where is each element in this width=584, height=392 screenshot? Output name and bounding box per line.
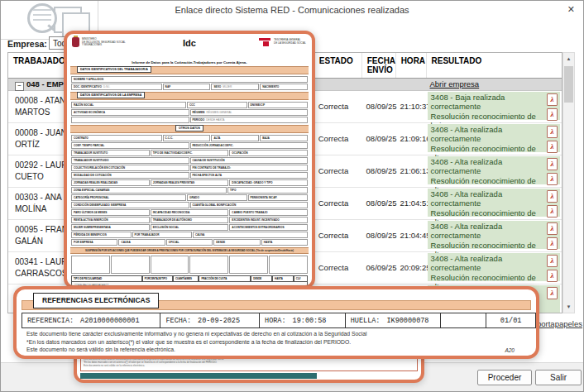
hora-cell: 20:09:25 — [396, 252, 427, 284]
form-field: OFICIAL — [166, 239, 213, 246]
empty-grid-cell — [151, 256, 189, 274]
form-field: RÉGIMENRÉGIMEN GENERAL — [190, 109, 309, 116]
fecha-cell: 06/09/25 — [362, 252, 396, 284]
tgss-text: TESORERÍA GENERAL DE LA SEGURIDAD SOCIAL — [274, 39, 307, 45]
estado-cell: Correcta — [314, 188, 362, 219]
vertical-scrollbar[interactable]: ▲ ▼ — [562, 52, 575, 313]
pdf-icon[interactable]: λ — [547, 222, 558, 235]
pdf-icons: λλ — [547, 93, 558, 121]
callout-notes: Este documento tiene carácter exclusivam… — [26, 330, 366, 354]
fecha-cell: 08/09/25 — [362, 220, 396, 251]
hora-cell: 21:10:37 — [396, 91, 427, 122]
col-fecha-envio: FECHA ENVÍO — [362, 53, 396, 78]
resultado-links[interactable]: 3408 - Alta realizada correctamenteResol… — [428, 221, 560, 249]
clipboard-link[interactable]: portapapeles — [537, 319, 582, 328]
peculiaridad-col: CLV — [294, 275, 308, 282]
pdf-icon[interactable]: λ — [547, 287, 558, 299]
form-field-row: CATEGORÍA PROFESIONALGRADOPENSIONISTA IN… — [71, 194, 308, 201]
form-field: PÉRDIDA DE BENEFICIOS — [71, 232, 132, 238]
form-field: REDUCCIÓN JORNADA/COEFIC. — [190, 142, 309, 149]
pdf-icon[interactable]: λ — [547, 173, 558, 185]
form-field: PARO ÚLTIMOS 24 MESES — [71, 209, 150, 216]
pdf-icon[interactable]: λ — [547, 190, 558, 203]
pdf-icon[interactable]: λ — [547, 126, 558, 138]
pdf-icon[interactable]: λ — [547, 270, 558, 282]
salir-button[interactable]: Salir — [535, 370, 582, 385]
form-field: NOMBRE Y APELLIDOS — [71, 76, 308, 83]
empty-grid-cell — [229, 256, 268, 274]
resultado-links[interactable]: 3408 - Alta realizada correctamenteResol… — [428, 189, 560, 217]
form-code: A20 — [505, 347, 515, 353]
referencias-table: REFERENCIA:A2010000000001 FECHA:20-09-20… — [22, 313, 536, 328]
form-field-row: ZONA ESPECIAL CANARIASTIPO — [71, 187, 308, 194]
form-field: COEF. TIEMPO PARCIAL — [71, 142, 189, 149]
form-field: DOC. IDENTIFICATIVOD.N.I. — [71, 84, 162, 90]
peculiaridad-col: FRACCIÓN DE CUOTA — [199, 275, 251, 282]
form-field: DNI/NIE/CIF — [248, 102, 309, 108]
pdf-icon[interactable]: λ — [547, 237, 558, 250]
form-section-band: OTROS DATOS — [70, 125, 309, 133]
pdf-icon[interactable]: λ — [547, 93, 558, 106]
empresa-label: Empresa: — [7, 39, 47, 49]
scroll-down-icon[interactable]: ▼ — [563, 301, 574, 313]
form-field: HASTA — [261, 239, 308, 246]
form-field: CAUSA — [193, 232, 308, 238]
form-field: RENTA ACTIVA INSERCIÓN — [71, 217, 150, 223]
idc-header: MINISTERIO DE INCLUSIÓN, SEGURIDAD SOCIA… — [70, 36, 309, 60]
estado-cell: Correcta — [314, 252, 362, 284]
pdf-icon[interactable]: λ — [547, 141, 558, 153]
form-field: ALTA — [211, 135, 259, 141]
form-field: FECHA EFECTOS ALTA — [190, 172, 309, 179]
form-field-row: PARO ÚLTIMOS 24 MESESINCAPACIDAD RECONOC… — [71, 209, 308, 216]
form-field: OCUPACIÓN — [229, 150, 308, 156]
referencias-callout: REFERENCIAS ELECTRÓNICAS REFERENCIA:A201… — [13, 286, 539, 359]
resultado-cell: 3408 - Alta realizada correctamenteResol… — [427, 123, 562, 155]
form-field: SEXOMUJER — [211, 84, 259, 90]
form-field: CUANTÍA GLOBAL BONIFICACIÓN — [190, 202, 309, 208]
window: Enlace directo Sistema RED - Comunicacio… — [0, 0, 584, 392]
pdf-icons: λλ — [547, 222, 558, 250]
empty-grid-cell — [111, 256, 150, 274]
form-field: CONTRATO — [71, 135, 162, 141]
peculiaridad-col: CUANTÍA/MES — [173, 275, 199, 282]
abrir-empresa-link[interactable]: Abrir empresa — [430, 79, 480, 88]
peculiaridad-col: PORCENTAJE/TIPO — [142, 275, 173, 282]
hora-cell: 21:04:45 — [396, 220, 427, 251]
scroll-up-icon[interactable]: ▲ — [563, 53, 574, 65]
form-field-row: POR EMPRESACAUSAOFICIALDESDEHASTA — [71, 239, 308, 246]
form-field: TIPO — [227, 187, 308, 194]
pdf-icon[interactable]: λ — [547, 108, 558, 121]
form-field-row: MUJER SUBREPRESENTADAEXCLUSIÓN SOCIALACO… — [71, 224, 308, 231]
form-field-row: MODALIDAD DE COTIZACIÓNFECHA EFECTOS ALT… — [71, 172, 308, 179]
form-field-row: PERIODODESDE HASTA — [71, 117, 308, 123]
suspension-band: SUSPENSIÓN POR SITUACIONES QUE PUEDEN DA… — [70, 247, 309, 254]
form-field-row: PÉRDIDA DE BENEFICIOSPOR TRABAJADORCAUSA — [71, 232, 308, 238]
peculiaridad-header-row: TIPO DE PECULIARIDADPORCENTAJE/TIPOCUANT… — [71, 275, 308, 282]
form-field: PENSIONISTA INCAP. — [248, 194, 309, 201]
resultado-cell: 3408 - Baja realizada correctamenteResol… — [427, 91, 562, 122]
resultado-cell: 3408 - Alta realizada correctamenteResol… — [427, 188, 562, 219]
pdf-icon[interactable]: λ — [547, 205, 558, 218]
resultado-cell: 3408 - Alta realizada correctamenteResol… — [427, 252, 562, 284]
form-field: ACTIVIDAD ECONÓMICA — [71, 109, 189, 116]
pdf-icons: λλ — [547, 255, 558, 282]
pdf-icon[interactable]: λ — [547, 255, 558, 267]
scrollbar-thumb[interactable] — [564, 66, 573, 103]
resultado-links[interactable]: 3408 - Alta realizada correctamenteResol… — [428, 253, 560, 281]
hora-label: HORA: — [265, 317, 286, 325]
resultado-links[interactable]: 3408 - Baja realizada correctamenteResol… — [428, 92, 560, 120]
form-field: DESDE — [213, 239, 260, 246]
estado-cell: Correcta — [314, 123, 362, 155]
hora-cell: 21:06:13 — [396, 155, 427, 187]
pdf-icon[interactable]: λ — [547, 158, 558, 170]
resultado-links[interactable]: 3408 - Alta realizada correctamenteResol… — [428, 124, 560, 152]
form-field-row: JORNADAS REALES REALIZADASJORNADAS REALE… — [71, 179, 308, 186]
collapse-icon[interactable]: − — [15, 82, 24, 91]
proceder-button[interactable]: Proceder — [477, 370, 532, 385]
form-field-row: ACTIVIDAD ECONÓMICARÉGIMENRÉGIMEN GENERA… — [71, 109, 308, 116]
form-field: CATEGORÍA PROFESIONAL — [71, 194, 186, 201]
resultado-links[interactable]: 3408 - Alta realizada correctamenteResol… — [428, 156, 560, 184]
form-field: PERIODODESDE HASTA — [190, 117, 309, 123]
close-icon[interactable]: ✕ — [567, 4, 575, 15]
form-section-band: DATOS IDENTIFICATIVOS DE LA EMPRESA — [70, 92, 309, 100]
